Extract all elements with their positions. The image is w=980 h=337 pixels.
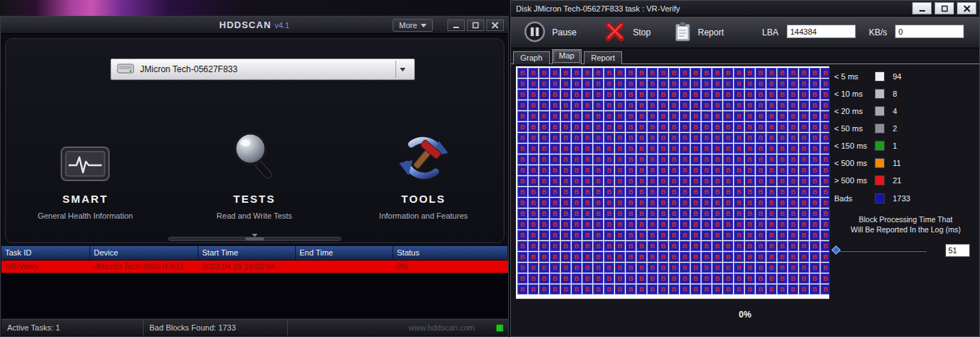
minimize-button[interactable] bbox=[912, 2, 932, 14]
bad-block-cell: B bbox=[550, 198, 560, 208]
bad-block-cell: B bbox=[734, 209, 744, 219]
bad-block-cell: B bbox=[604, 209, 614, 219]
bad-block-cell: B bbox=[777, 144, 787, 154]
bad-block-cell: B bbox=[821, 165, 830, 175]
bad-block-cell: B bbox=[658, 284, 668, 294]
bad-block-cell: B bbox=[680, 273, 690, 284]
dropdown-arrow-button[interactable] bbox=[395, 61, 408, 78]
bad-block-cell: B bbox=[756, 100, 766, 110]
kbs-input[interactable] bbox=[895, 25, 964, 38]
bad-block-cell: B bbox=[593, 165, 603, 175]
legend-count: 11 bbox=[893, 159, 901, 167]
minimize-button[interactable] bbox=[447, 19, 465, 31]
bad-block-cell: B bbox=[810, 79, 820, 89]
bad-block-cell: B bbox=[658, 219, 668, 229]
bad-block-cell: B bbox=[561, 122, 571, 132]
bad-block-cell: B bbox=[745, 165, 755, 175]
bad-block-cell: B bbox=[647, 100, 657, 110]
pause-button[interactable]: Pause bbox=[524, 19, 577, 45]
maximize-button[interactable] bbox=[935, 2, 954, 14]
header-task-id[interactable]: Task ID bbox=[1, 246, 90, 260]
bad-block-cell: B bbox=[821, 133, 830, 143]
slider-handle[interactable] bbox=[831, 245, 841, 255]
hddscan-titlebar[interactable]: HDDSCAN v4.1 More bbox=[1, 17, 508, 34]
drive-selector-dropdown[interactable]: JMicron Tech-05627F833 bbox=[110, 58, 415, 80]
website-link: www.hddscan.com bbox=[288, 320, 508, 336]
bad-block-cell: B bbox=[604, 263, 614, 273]
bad-block-cell: B bbox=[539, 89, 549, 100]
block-map-grid: BBBBBBBBBBBBBBBBBBBBBBBBBBBBBBBBBBBBBBBB… bbox=[517, 68, 828, 294]
stop-label: Stop bbox=[633, 27, 651, 38]
panel-splitter[interactable] bbox=[168, 237, 341, 241]
tools-button[interactable]: TOOLS Information and Features bbox=[339, 109, 508, 220]
close-button[interactable] bbox=[957, 2, 976, 14]
bad-block-cell: B bbox=[734, 198, 744, 208]
bad-block-cell: B bbox=[810, 176, 820, 186]
bad-block-cell: B bbox=[517, 198, 528, 208]
bad-block-cell: B bbox=[766, 144, 776, 154]
bad-block-cell: B bbox=[799, 154, 809, 165]
tab-report[interactable]: Report bbox=[584, 51, 622, 64]
splitter-handle[interactable] bbox=[245, 237, 264, 240]
header-end-time[interactable]: End Time bbox=[296, 246, 393, 260]
bad-block-cell: B bbox=[788, 89, 798, 100]
close-button[interactable] bbox=[486, 19, 504, 31]
bad-block-cell: B bbox=[615, 241, 625, 251]
splitter-arrow-icon bbox=[252, 234, 258, 237]
task-row[interactable]: VR-Verify JMicron Tech-05627F833 2022.04… bbox=[1, 261, 508, 273]
bad-block-cell: B bbox=[539, 165, 549, 175]
bad-block-cell: B bbox=[539, 241, 549, 251]
bad-block-cell: B bbox=[680, 230, 690, 240]
bad-block-cell: B bbox=[734, 89, 744, 100]
bad-block-cell: B bbox=[691, 187, 701, 197]
bad-block-cell: B bbox=[712, 79, 722, 89]
bad-block-cell: B bbox=[582, 133, 592, 143]
bad-block-cell: B bbox=[766, 284, 776, 294]
tab-map[interactable]: Map bbox=[552, 49, 582, 64]
bad-block-cell: B bbox=[680, 133, 690, 143]
stop-button[interactable]: Stop bbox=[603, 19, 651, 45]
header-device[interactable]: Device bbox=[90, 246, 198, 260]
log-threshold-slider[interactable] bbox=[834, 250, 927, 252]
maximize-button[interactable] bbox=[467, 19, 484, 31]
bad-block-cell: B bbox=[734, 122, 744, 132]
bad-block-cell: B bbox=[777, 219, 787, 229]
bad-block-cell: B bbox=[582, 187, 592, 197]
bad-block-cell: B bbox=[626, 111, 636, 121]
bad-block-cell: B bbox=[517, 111, 528, 121]
bad-block-cell: B bbox=[723, 187, 733, 197]
report-button[interactable]: Report bbox=[674, 19, 724, 45]
bad-block-cell: B bbox=[561, 219, 571, 229]
bad-block-cell: B bbox=[712, 144, 722, 154]
task-titlebar[interactable]: Disk JMicron Tech-05627F833 task : VR-Ve… bbox=[511, 1, 979, 17]
bad-block-cell: B bbox=[669, 176, 679, 186]
bad-block-cell: B bbox=[539, 154, 549, 165]
tools-description: Information and Features bbox=[379, 211, 468, 220]
bad-block-cell: B bbox=[680, 111, 690, 121]
bad-block-cell: B bbox=[723, 165, 733, 175]
bad-block-cell: B bbox=[669, 154, 679, 165]
bad-block-cell: B bbox=[777, 79, 787, 89]
task-row-task-id: VR-Verify bbox=[1, 261, 90, 273]
header-start-time[interactable]: Start Time bbox=[198, 246, 296, 260]
bad-block-cell: B bbox=[701, 241, 712, 251]
header-status[interactable]: Status bbox=[393, 246, 508, 260]
bad-block-cell: B bbox=[701, 198, 712, 208]
bad-block-cell: B bbox=[626, 79, 636, 89]
lba-input[interactable] bbox=[787, 25, 856, 38]
slider-value-input[interactable] bbox=[945, 244, 970, 257]
bad-blocks-status: Bad Blocks Found: 1733 bbox=[144, 320, 288, 336]
bad-block-cell: B bbox=[799, 165, 809, 175]
more-button[interactable]: More bbox=[393, 19, 433, 32]
bad-block-cell: B bbox=[821, 273, 830, 284]
bad-block-cell: B bbox=[745, 176, 755, 186]
bad-block-cell: B bbox=[810, 122, 820, 132]
tab-graph[interactable]: Graph bbox=[513, 51, 550, 64]
bad-block-cell: B bbox=[766, 219, 776, 229]
bad-block-cell: B bbox=[788, 144, 798, 154]
tests-button[interactable]: TESTS Read and Write Tests bbox=[170, 109, 338, 220]
bad-block-cell: B bbox=[680, 100, 690, 110]
smart-button[interactable]: SMART General Health Information bbox=[1, 109, 170, 220]
bad-block-cell: B bbox=[572, 100, 582, 110]
bad-block-cell: B bbox=[810, 273, 820, 284]
